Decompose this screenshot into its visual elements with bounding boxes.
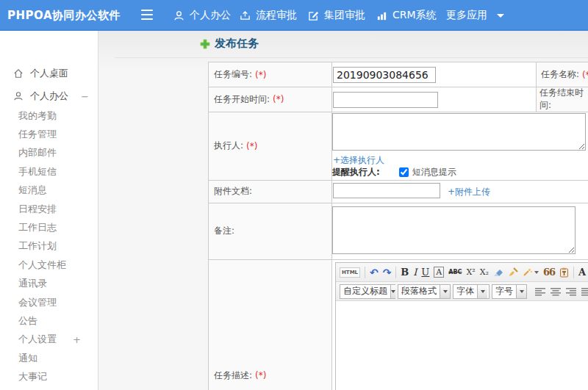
sidebar-item-schedule[interactable]: 日程安排 bbox=[0, 200, 98, 218]
editor-font-size-select[interactable]: 字号 bbox=[492, 284, 527, 299]
sidebar-item-sms[interactable]: 手机短信 bbox=[0, 162, 98, 181]
editor-subscript-button[interactable]: X₂ bbox=[480, 267, 489, 277]
editor-blockquote-button[interactable]: 66 bbox=[543, 267, 555, 278]
divider bbox=[365, 267, 365, 278]
sidebar-item-short-message[interactable]: 短消息 bbox=[0, 181, 98, 200]
topbar: PHPOA协同办公软件 个人办公 流程审批 集团审批 CRM系统 更多应用 bbox=[0, 0, 588, 31]
caret-down-icon bbox=[390, 285, 395, 298]
remind-executor-row: 提醒执行人: 短消息提示 bbox=[332, 166, 456, 178]
nav-label: 更多应用 bbox=[446, 9, 487, 22]
sidebar-item-settings[interactable]: 个人设置 + bbox=[0, 331, 98, 349]
align-left-icon[interactable] bbox=[535, 287, 546, 296]
executor-textarea[interactable] bbox=[332, 113, 586, 151]
task-form: 任务编号:(*) 任务名称:(*) 任务开始时间:(*) 任务结束时间:(*) … bbox=[208, 62, 588, 390]
task-description-label: 任务描述:(*) bbox=[209, 369, 331, 381]
expand-toggle-icon[interactable]: + bbox=[73, 334, 81, 345]
divider bbox=[395, 267, 396, 278]
sidebar-item-notice[interactable]: 通知 bbox=[0, 349, 98, 367]
editor-redo-button[interactable]: ↷ bbox=[383, 267, 392, 278]
sidebar-item-file-cabinet[interactable]: 个人文件柜 bbox=[0, 256, 98, 274]
page-title-text: 发布任务 bbox=[215, 37, 259, 51]
nav-more-apps[interactable]: 更多应用 bbox=[446, 0, 504, 31]
sidebar-item-milestones[interactable]: 大事记 bbox=[0, 367, 98, 386]
editor-font-color-button[interactable]: A bbox=[578, 267, 588, 278]
app-window: PHPOA协同办公软件 个人办公 流程审批 集团审批 CRM系统 更多应用 个人… bbox=[0, 0, 588, 390]
required-mark: (*) bbox=[246, 141, 257, 151]
collapse-toggle-icon[interactable]: − bbox=[81, 91, 89, 102]
task-name-label: 任务名称:(*) bbox=[541, 62, 588, 87]
nav-workflow-approval[interactable]: 流程审批 bbox=[240, 0, 297, 31]
divider bbox=[209, 259, 588, 260]
editor-content-area[interactable] bbox=[336, 301, 588, 390]
magic-wand-icon bbox=[523, 267, 532, 277]
sidebar-item-internal-mail[interactable]: 内部邮件 bbox=[0, 144, 98, 162]
editor-font-family-select[interactable]: 字体 bbox=[453, 284, 490, 299]
caret-down-icon bbox=[497, 14, 504, 18]
app-logo: PHPOA协同办公软件 bbox=[7, 0, 121, 31]
nav-label: 集团审批 bbox=[324, 9, 365, 22]
editor-strikethrough-button[interactable]: ABC bbox=[448, 269, 462, 275]
add-icon bbox=[200, 39, 210, 49]
home-icon bbox=[13, 68, 24, 79]
divider bbox=[536, 62, 537, 112]
editor-format-brush-button[interactable] bbox=[508, 267, 518, 277]
divider bbox=[573, 267, 574, 278]
align-right-icon[interactable] bbox=[566, 287, 577, 296]
remark-label: 备注: bbox=[209, 203, 331, 259]
page-title: 发布任务 bbox=[200, 37, 259, 51]
editor-italic-button[interactable]: I bbox=[413, 267, 417, 278]
divider bbox=[115, 57, 588, 58]
sidebar-item-attendance[interactable]: 我的考勤 bbox=[0, 106, 98, 125]
editor-underline-button[interactable]: U bbox=[421, 267, 429, 278]
editor-toolbar-row1: HTML ↶ ↷ B I U A ABC X² X₂ bbox=[336, 263, 588, 282]
required-mark: (*) bbox=[582, 70, 588, 80]
nav-crm-system[interactable]: CRM系统 bbox=[376, 0, 437, 31]
editor-char-border-button[interactable]: A bbox=[434, 267, 444, 278]
editor-undo-button[interactable]: ↶ bbox=[370, 267, 379, 278]
sidebar-item-desktop[interactable]: 个人桌面 bbox=[0, 65, 98, 82]
user-icon bbox=[173, 10, 184, 21]
editor-alignment-group bbox=[535, 287, 588, 296]
choose-executor-link[interactable]: +选择执行人 bbox=[333, 154, 384, 167]
align-center-icon[interactable] bbox=[551, 287, 562, 296]
editor-toolbar-row2: 自定义标题 段落格式 字体 字号 bbox=[336, 282, 588, 301]
attachment-input[interactable] bbox=[333, 183, 440, 198]
editor-html-button[interactable]: HTML bbox=[340, 267, 360, 278]
sidebar-item-work-plan[interactable]: 工作计划 bbox=[0, 237, 98, 256]
remind-executor-label: 提醒执行人: bbox=[332, 166, 380, 178]
menu-toggle-icon[interactable] bbox=[141, 10, 153, 20]
align-justify-icon[interactable] bbox=[581, 287, 588, 296]
nav-personal-office[interactable]: 个人办公 bbox=[173, 0, 231, 31]
sidebar-item-work-log[interactable]: 工作日志 bbox=[0, 218, 98, 236]
nav-label: CRM系统 bbox=[392, 9, 437, 22]
caret-down-icon bbox=[516, 285, 526, 298]
sms-remind-checkbox[interactable] bbox=[399, 167, 409, 177]
editor-autoformat-button[interactable] bbox=[523, 267, 539, 277]
sidebar-item-contacts[interactable]: 通讯录 bbox=[0, 275, 98, 293]
nav-group-approval[interactable]: 集团审批 bbox=[308, 0, 365, 31]
editor-paragraph-format-select[interactable]: 段落格式 bbox=[398, 284, 451, 299]
rich-text-editor: HTML ↶ ↷ B I U A ABC X² X₂ bbox=[335, 262, 588, 390]
sidebar-item-meeting[interactable]: 会议管理 bbox=[0, 293, 98, 311]
sidebar: 个人桌面 个人办公 − 我的考勤 任务管理 内部邮件 手机短信 短消息 日程安排… bbox=[0, 31, 98, 390]
editor-custom-title-select[interactable]: 自定义标题 bbox=[340, 284, 395, 299]
sidebar-item-label: 个人桌面 bbox=[30, 67, 68, 80]
sidebar-item-news[interactable]: 新闻 bbox=[0, 386, 98, 390]
task-start-time-input[interactable] bbox=[333, 92, 438, 108]
attachment-upload-link[interactable]: +附件上传 bbox=[448, 186, 490, 198]
remark-textarea[interactable] bbox=[332, 206, 576, 254]
editor-eraser-button[interactable] bbox=[493, 268, 503, 277]
sidebar-item-task-management[interactable]: 任务管理 bbox=[0, 125, 98, 143]
editor-bold-button[interactable]: B bbox=[401, 267, 409, 278]
sidebar-item-personal-office[interactable]: 个人办公 − bbox=[0, 87, 98, 105]
sidebar-item-announcement[interactable]: 公告 bbox=[0, 311, 98, 330]
editor-superscript-button[interactable]: X² bbox=[466, 267, 475, 277]
brush-icon bbox=[508, 267, 518, 277]
task-number-label: 任务编号:(*) bbox=[209, 62, 331, 87]
caret-down-icon bbox=[440, 285, 450, 298]
clipboard-paste-icon bbox=[559, 267, 569, 278]
bar-chart-icon bbox=[376, 10, 387, 21]
eraser-icon bbox=[493, 268, 503, 277]
task-number-input[interactable] bbox=[333, 67, 436, 83]
editor-paste-text-button[interactable] bbox=[559, 267, 569, 278]
